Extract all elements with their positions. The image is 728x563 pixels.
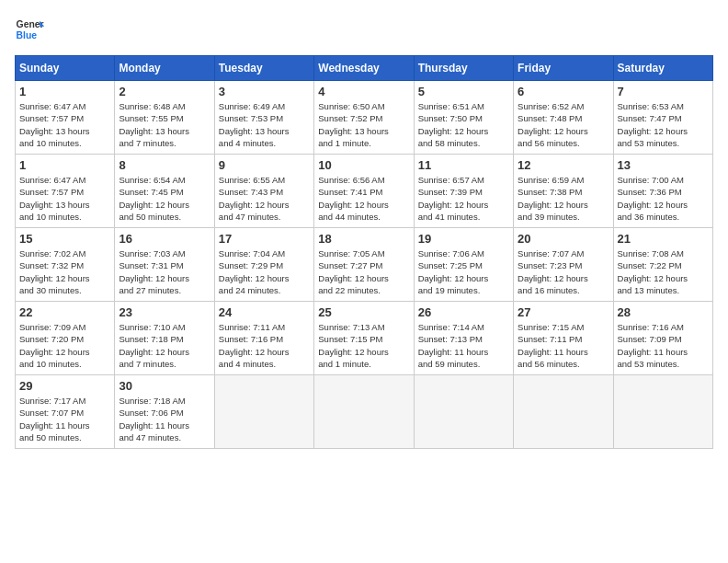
calendar-cell: 10Sunrise: 6:56 AMSunset: 7:41 PMDayligh… [314,155,414,228]
calendar-week-row: 15Sunrise: 7:02 AMSunset: 7:32 PMDayligh… [16,228,713,302]
day-info: Sunrise: 7:13 AMSunset: 7:15 PMDaylight:… [318,321,409,370]
day-info: Sunrise: 7:02 AMSunset: 7:32 PMDaylight:… [19,247,110,296]
day-number: 1 [19,158,110,172]
calendar-cell [214,375,313,449]
calendar-cell: 5Sunrise: 6:51 AMSunset: 7:50 PMDaylight… [414,81,513,155]
day-number: 13 [618,158,709,172]
day-number: 9 [219,158,310,172]
calendar-cell: 3Sunrise: 6:49 AMSunset: 7:53 PMDaylight… [214,81,313,155]
day-number: 22 [19,305,110,319]
day-info: Sunrise: 7:14 AMSunset: 7:13 PMDaylight:… [418,321,509,370]
column-header-tuesday: Tuesday [214,56,313,81]
day-number: 10 [318,158,409,172]
day-number: 18 [318,232,409,246]
calendar-cell: 9Sunrise: 6:55 AMSunset: 7:43 PMDaylight… [214,155,313,228]
day-info: Sunrise: 7:09 AMSunset: 7:20 PMDaylight:… [19,321,110,370]
calendar-cell: 4Sunrise: 6:50 AMSunset: 7:52 PMDaylight… [314,81,414,155]
day-info: Sunrise: 7:07 AMSunset: 7:23 PMDaylight:… [518,247,609,296]
column-header-saturday: Saturday [613,56,712,81]
day-info: Sunrise: 7:04 AMSunset: 7:29 PMDaylight:… [219,247,310,296]
calendar-week-row: 29Sunrise: 7:17 AMSunset: 7:07 PMDayligh… [16,375,713,449]
day-info: Sunrise: 7:17 AMSunset: 7:07 PMDaylight:… [19,395,110,443]
calendar-cell: 1Sunrise: 6:47 AMSunset: 7:57 PMDaylight… [16,81,115,155]
day-number: 25 [318,305,409,319]
day-number: 3 [219,85,310,98]
day-info: Sunrise: 7:00 AMSunset: 7:36 PMDaylight:… [618,174,709,223]
day-info: Sunrise: 6:57 AMSunset: 7:39 PMDaylight:… [418,174,509,223]
calendar-cell [414,375,513,449]
calendar-cell: 23Sunrise: 7:10 AMSunset: 7:18 PMDayligh… [115,302,214,375]
calendar-cell [514,375,613,449]
day-info: Sunrise: 6:53 AMSunset: 7:47 PMDaylight:… [618,100,709,149]
day-number: 4 [318,85,409,98]
calendar-week-row: 1Sunrise: 6:47 AMSunset: 7:57 PMDaylight… [16,155,713,228]
day-number: 21 [618,232,709,246]
day-number: 16 [119,232,210,246]
day-number: 6 [518,85,609,98]
column-header-friday: Friday [514,56,613,81]
calendar-cell: 30Sunrise: 7:18 AMSunset: 7:06 PMDayligh… [115,375,214,449]
calendar-cell: 11Sunrise: 6:57 AMSunset: 7:39 PMDayligh… [414,155,513,228]
day-number: 17 [219,232,310,246]
day-info: Sunrise: 7:15 AMSunset: 7:11 PMDaylight:… [518,321,609,370]
calendar-cell: 7Sunrise: 6:53 AMSunset: 7:47 PMDaylight… [613,81,712,155]
calendar-cell: 6Sunrise: 6:52 AMSunset: 7:48 PMDaylight… [514,81,613,155]
day-number: 7 [618,85,709,98]
day-info: Sunrise: 7:10 AMSunset: 7:18 PMDaylight:… [119,321,210,370]
day-info: Sunrise: 7:03 AMSunset: 7:31 PMDaylight:… [119,247,210,296]
day-info: Sunrise: 6:47 AMSunset: 7:57 PMDaylight:… [19,100,110,149]
calendar-cell: 16Sunrise: 7:03 AMSunset: 7:31 PMDayligh… [115,228,214,302]
day-info: Sunrise: 6:54 AMSunset: 7:45 PMDaylight:… [119,174,210,223]
calendar-cell: 28Sunrise: 7:16 AMSunset: 7:09 PMDayligh… [613,302,712,375]
day-info: Sunrise: 6:50 AMSunset: 7:52 PMDaylight:… [318,100,409,149]
day-info: Sunrise: 7:08 AMSunset: 7:22 PMDaylight:… [618,247,709,296]
calendar-cell: 25Sunrise: 7:13 AMSunset: 7:15 PMDayligh… [314,302,414,375]
day-number: 8 [119,158,210,172]
day-number: 28 [618,305,709,319]
day-info: Sunrise: 6:59 AMSunset: 7:38 PMDaylight:… [518,174,609,223]
calendar-cell: 15Sunrise: 7:02 AMSunset: 7:32 PMDayligh… [16,228,115,302]
calendar-cell: 24Sunrise: 7:11 AMSunset: 7:16 PMDayligh… [214,302,313,375]
day-number: 11 [418,158,509,172]
calendar-cell: 22Sunrise: 7:09 AMSunset: 7:20 PMDayligh… [16,302,115,375]
day-info: Sunrise: 6:47 AMSunset: 7:57 PMDaylight:… [19,174,110,223]
column-header-thursday: Thursday [414,56,513,81]
calendar-cell: 26Sunrise: 7:14 AMSunset: 7:13 PMDayligh… [414,302,513,375]
day-number: 2 [119,85,210,98]
day-info: Sunrise: 6:48 AMSunset: 7:55 PMDaylight:… [119,100,210,149]
day-number: 12 [518,158,609,172]
day-info: Sunrise: 7:16 AMSunset: 7:09 PMDaylight:… [618,321,709,370]
logo-icon: General Blue [15,15,44,44]
day-info: Sunrise: 7:11 AMSunset: 7:16 PMDaylight:… [219,321,310,370]
calendar-cell: 17Sunrise: 7:04 AMSunset: 7:29 PMDayligh… [214,228,313,302]
day-number: 1 [19,85,110,98]
day-info: Sunrise: 7:06 AMSunset: 7:25 PMDaylight:… [418,247,509,296]
day-info: Sunrise: 6:51 AMSunset: 7:50 PMDaylight:… [418,100,509,149]
calendar-cell: 20Sunrise: 7:07 AMSunset: 7:23 PMDayligh… [514,228,613,302]
day-number: 27 [518,305,609,319]
calendar-cell: 18Sunrise: 7:05 AMSunset: 7:27 PMDayligh… [314,228,414,302]
calendar-table: SundayMondayTuesdayWednesdayThursdayFrid… [15,55,713,449]
day-info: Sunrise: 6:55 AMSunset: 7:43 PMDaylight:… [219,174,310,223]
calendar-cell: 12Sunrise: 6:59 AMSunset: 7:38 PMDayligh… [514,155,613,228]
calendar-cell [613,375,712,449]
page-header: General Blue [15,15,713,44]
calendar-header-row: SundayMondayTuesdayWednesdayThursdayFrid… [16,56,713,81]
column-header-sunday: Sunday [16,56,115,81]
calendar-week-row: 1Sunrise: 6:47 AMSunset: 7:57 PMDaylight… [16,81,713,155]
day-info: Sunrise: 6:49 AMSunset: 7:53 PMDaylight:… [219,100,310,149]
day-number: 20 [518,232,609,246]
column-header-wednesday: Wednesday [314,56,414,81]
calendar-cell: 19Sunrise: 7:06 AMSunset: 7:25 PMDayligh… [414,228,513,302]
day-number: 5 [418,85,509,98]
day-number: 19 [418,232,509,246]
logo: General Blue [15,15,44,44]
day-number: 24 [219,305,310,319]
day-info: Sunrise: 7:18 AMSunset: 7:06 PMDaylight:… [119,395,210,443]
calendar-cell: 27Sunrise: 7:15 AMSunset: 7:11 PMDayligh… [514,302,613,375]
calendar-cell: 2Sunrise: 6:48 AMSunset: 7:55 PMDaylight… [115,81,214,155]
calendar-cell: 8Sunrise: 6:54 AMSunset: 7:45 PMDaylight… [115,155,214,228]
day-number: 30 [119,379,210,393]
day-number: 29 [19,379,110,393]
day-info: Sunrise: 6:56 AMSunset: 7:41 PMDaylight:… [318,174,409,223]
